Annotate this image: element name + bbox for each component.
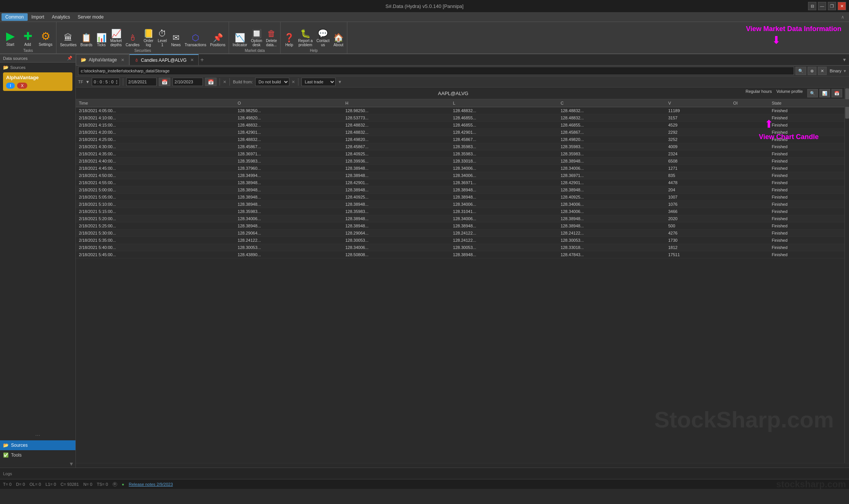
ribbon-collapse-btn[interactable]: ∧ xyxy=(838,14,847,20)
status-settings-icon[interactable]: ⚙ xyxy=(113,482,117,487)
table-row[interactable]: 2/18/2021 5:00:00...128.38948...128.3894… xyxy=(76,186,849,194)
sidebar-scroll-down[interactable]: ▼ xyxy=(0,460,75,468)
menu-analytics[interactable]: Analytics xyxy=(48,13,74,21)
table-row[interactable]: 2/18/2021 5:15:00...128.35983...128.3598… xyxy=(76,208,849,215)
sidebar-item-tools[interactable]: ✅ Tools xyxy=(0,450,75,460)
symbol-calendar-btn[interactable]: 📅 xyxy=(832,89,842,97)
date-to-picker-btn[interactable]: 📅 xyxy=(205,78,217,86)
restore-btn[interactable]: ⊟ xyxy=(808,2,816,10)
order-log-btn[interactable]: 📒 Order log xyxy=(142,28,155,48)
path-input[interactable] xyxy=(78,67,794,75)
boards-btn[interactable]: 📋 Boards xyxy=(79,32,94,48)
scrollbar[interactable] xyxy=(844,88,849,463)
transactions-btn[interactable]: ⬡ Transactions xyxy=(184,32,207,48)
tf-clear-btn[interactable]: ✕ xyxy=(223,80,226,85)
candles-tab-close[interactable]: ✕ xyxy=(190,58,194,63)
table-row[interactable]: 2/18/2021 4:10:00...128.49820...128.5377… xyxy=(76,114,849,122)
table-row[interactable]: 2/18/2021 4:30:00...128.45867...128.4586… xyxy=(76,143,849,150)
tf-value-input[interactable]: 0 : 0 : 5 : 0 ▲ ▼ xyxy=(92,78,120,86)
settings-small-icon: ⚙ xyxy=(113,482,116,486)
tab-candles[interactable]: 🕯 Candles AAPL@ALVG ✕ xyxy=(129,54,199,65)
alphavantage-close[interactable]: X xyxy=(17,83,27,89)
option-desk-btn[interactable]: 🔲 Option desk xyxy=(250,28,263,48)
indicator-btn[interactable]: 📉 Indicator xyxy=(231,32,248,48)
table-row[interactable]: 2/18/2021 5:05:00...128.38948...128.4092… xyxy=(76,194,849,201)
contact-us-btn[interactable]: 💬 Contact us xyxy=(315,28,331,48)
level1-icon: ⏱ xyxy=(158,29,166,39)
binary-dropdown-icon[interactable]: ▼ xyxy=(843,69,847,73)
last-trade-dropdown-icon[interactable]: ▼ xyxy=(338,80,342,84)
tf-spin-up[interactable]: ▲ xyxy=(115,79,118,82)
table-row[interactable]: 2/18/2021 4:45:00...128.37960...128.3894… xyxy=(76,165,849,172)
cell-3: 128.34006... xyxy=(450,215,558,222)
table-header-row: Time O H L C V OI State xyxy=(76,99,849,107)
separator1 xyxy=(123,78,123,86)
maximize-btn[interactable]: ❐ xyxy=(828,2,836,10)
tf-dropdown-icon[interactable]: ▼ xyxy=(85,80,89,84)
zoom-btn[interactable]: ⊕ xyxy=(808,67,816,75)
news-btn[interactable]: ✉ News xyxy=(170,32,182,48)
table-row[interactable]: 2/18/2021 4:55:00...128.38948...128.4290… xyxy=(76,179,849,186)
level1-btn[interactable]: ⏱ Level 1 xyxy=(156,28,168,48)
pin-icon[interactable]: 📌 xyxy=(67,56,72,61)
cell-5: 6508 xyxy=(665,158,730,165)
sidebar-item-sources[interactable]: 📂 Sources xyxy=(0,440,75,450)
table-row[interactable]: 2/18/2021 4:50:00...128.34994...128.3894… xyxy=(76,172,849,179)
date-to-input[interactable] xyxy=(173,78,203,86)
report-problem-btn[interactable]: 🐛 Report a problem xyxy=(297,28,314,48)
search-path-btn[interactable]: 🔍 xyxy=(796,67,806,75)
table-row[interactable]: 2/18/2021 5:20:00...128.34006...128.3894… xyxy=(76,215,849,222)
start-btn[interactable]: ▶ Start xyxy=(2,30,18,48)
build-from-select[interactable]: Do not build xyxy=(255,78,289,86)
tf-spin-down[interactable]: ▼ xyxy=(115,82,118,85)
help-btn[interactable]: ❓ Help xyxy=(283,32,295,48)
cell-5: 1271 xyxy=(665,165,730,172)
table-row[interactable]: 2/18/2021 5:45:00...128.43890...128.5080… xyxy=(76,251,849,258)
build-clear-btn[interactable]: ✕ xyxy=(292,80,295,85)
clear-path-btn[interactable]: ✕ xyxy=(818,67,827,75)
cell-0: 2/18/2021 4:20:00... xyxy=(76,129,235,136)
tf-spinners[interactable]: ▲ ▼ xyxy=(115,79,118,85)
ticks-btn[interactable]: 📊 Ticks xyxy=(95,32,108,48)
release-notes-link[interactable]: Release notes 2/9/2023 xyxy=(129,482,173,487)
candles-btn[interactable]: 🕯 Candles xyxy=(124,32,141,48)
about-btn[interactable]: 🏠 About xyxy=(332,32,345,48)
table-row[interactable]: 2/18/2021 4:35:00...128.36971...128.4092… xyxy=(76,150,849,158)
table-row[interactable]: 2/18/2021 4:40:00...128.35983...128.3993… xyxy=(76,158,849,165)
market-depths-btn[interactable]: 📈 Market depths xyxy=(109,28,123,48)
settings-btn[interactable]: ⚙ Settings xyxy=(37,30,54,48)
market-data-group-label: Market data xyxy=(231,49,278,53)
symbol-search-btn[interactable]: 🔍 xyxy=(807,89,818,97)
close-btn[interactable]: ✕ xyxy=(838,2,846,10)
table-row[interactable]: 2/18/2021 4:15:00...128.48832...128.4883… xyxy=(76,122,849,129)
symbol-chart-btn[interactable]: 📊 xyxy=(819,89,830,97)
alphavantage-toggle[interactable]: I xyxy=(6,83,15,89)
cell-0: 2/18/2021 4:30:00... xyxy=(76,143,235,150)
add-btn[interactable]: ✚ Add xyxy=(20,30,36,48)
tab-alphavantage[interactable]: 📂 AlphaVantage ✕ xyxy=(76,54,129,65)
sidebar-expand-dots[interactable]: ··· xyxy=(0,430,75,440)
table-row[interactable]: 2/18/2021 5:30:00...128.29064...128.2906… xyxy=(76,230,849,237)
menu-server-mode[interactable]: Server mode xyxy=(74,13,108,21)
table-row[interactable]: 2/18/2021 5:10:00...128.38948...128.3894… xyxy=(76,201,849,208)
minimize-btn[interactable]: — xyxy=(818,2,826,10)
table-row[interactable]: 2/18/2021 4:25:00...128.48832...128.4982… xyxy=(76,136,849,143)
last-trade-select[interactable]: Last trade xyxy=(301,78,336,86)
securities-btn[interactable]: 🏛 Securities xyxy=(59,32,78,48)
delete-data-btn[interactable]: 🗑 Delete data... xyxy=(265,28,278,48)
table-row[interactable]: 2/18/2021 4:20:00...128.42901...128.4883… xyxy=(76,129,849,136)
cell-3: 128.46855... xyxy=(450,122,558,129)
add-tab-btn[interactable]: + xyxy=(200,56,204,63)
date-from-picker-btn[interactable]: 📅 xyxy=(159,78,170,86)
positions-btn[interactable]: 📌 Positions xyxy=(209,32,227,48)
table-row[interactable]: 2/18/2021 5:40:00...128.30053...128.3400… xyxy=(76,244,849,251)
tabs-dropdown-btn[interactable]: ▼ xyxy=(842,57,847,63)
cell-5: 1812 xyxy=(665,244,730,251)
alphavantage-tab-close[interactable]: ✕ xyxy=(121,58,124,63)
menu-common[interactable]: Common xyxy=(2,13,28,21)
date-from-input[interactable] xyxy=(126,78,157,86)
table-row[interactable]: 2/18/2021 5:25:00...128.38948...128.3894… xyxy=(76,222,849,230)
table-row[interactable]: 2/18/2021 4:05:00...128.98250...128.9825… xyxy=(76,107,849,114)
table-row[interactable]: 2/18/2021 5:35:00...128.24122...128.3005… xyxy=(76,237,849,244)
menu-import[interactable]: Import xyxy=(28,13,48,21)
